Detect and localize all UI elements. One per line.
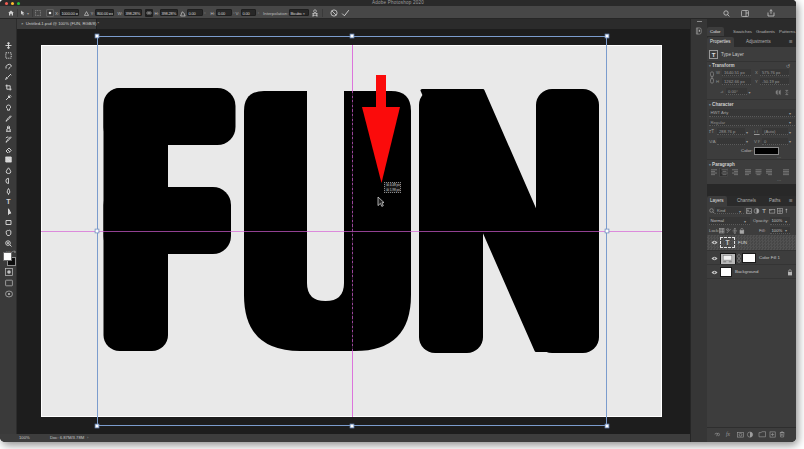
- svg-text:T: T: [762, 208, 766, 214]
- svg-text:fx: fx: [726, 431, 731, 437]
